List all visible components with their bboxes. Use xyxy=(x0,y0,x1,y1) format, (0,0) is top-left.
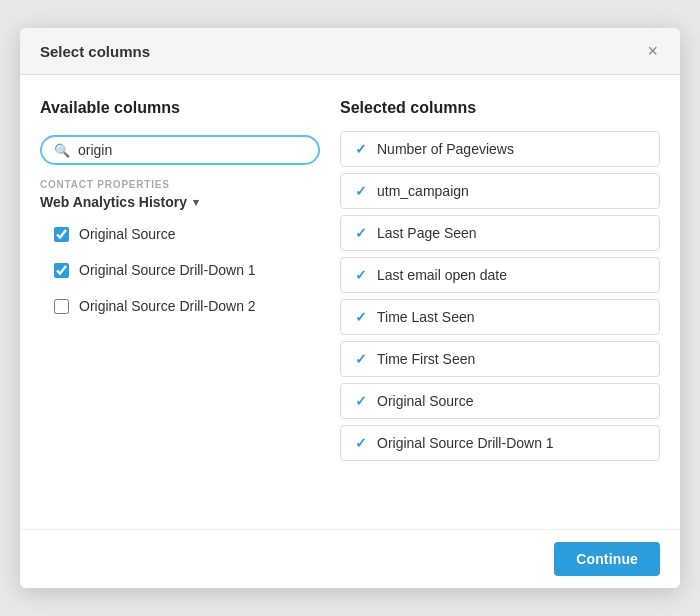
close-button[interactable]: × xyxy=(645,42,660,60)
list-item: ✓utm_campaign xyxy=(340,173,660,209)
check-icon: ✓ xyxy=(355,351,367,367)
list-item: ✓Last email open date xyxy=(340,257,660,293)
checkbox-label: Original Source xyxy=(79,226,176,242)
group-header[interactable]: Web Analytics History ▾ xyxy=(40,192,320,216)
checkbox-input[interactable] xyxy=(54,299,69,314)
list-item[interactable]: Original Source Drill-Down 2 xyxy=(48,288,320,324)
checkbox-list: Original SourceOriginal Source Drill-Dow… xyxy=(40,216,320,324)
selected-item-label: Last email open date xyxy=(377,267,507,283)
selected-item-label: Time First Seen xyxy=(377,351,475,367)
select-columns-modal: Select columns × Available columns 🔍 CON… xyxy=(20,28,680,588)
chevron-down-icon: ▾ xyxy=(193,196,199,209)
list-item: ✓Last Page Seen xyxy=(340,215,660,251)
check-icon: ✓ xyxy=(355,309,367,325)
list-item: ✓Original Source xyxy=(340,383,660,419)
list-item: ✓Time First Seen xyxy=(340,341,660,377)
check-icon: ✓ xyxy=(355,225,367,241)
list-item: ✓Original Source Drill-Down 1 xyxy=(340,425,660,461)
search-input[interactable] xyxy=(78,142,306,158)
section-label: CONTACT PROPERTIES Web Analytics History… xyxy=(40,179,320,324)
selected-item-label: Number of Pageviews xyxy=(377,141,514,157)
check-icon: ✓ xyxy=(355,435,367,451)
list-item[interactable]: Original Source Drill-Down 1 xyxy=(48,252,320,288)
check-icon: ✓ xyxy=(355,267,367,283)
selected-item-label: Original Source xyxy=(377,393,474,409)
check-icon: ✓ xyxy=(355,141,367,157)
left-panel: Available columns 🔍 CONTACT PROPERTIES W… xyxy=(40,99,320,513)
selected-item-label: Original Source Drill-Down 1 xyxy=(377,435,554,451)
selected-item-label: utm_campaign xyxy=(377,183,469,199)
selected-list: ✓Number of Pageviews✓utm_campaign✓Last P… xyxy=(340,131,660,461)
continue-button[interactable]: Continue xyxy=(554,542,660,576)
modal-header: Select columns × xyxy=(20,28,680,75)
selected-columns-title: Selected columns xyxy=(340,99,660,117)
search-icon: 🔍 xyxy=(54,143,70,158)
check-icon: ✓ xyxy=(355,393,367,409)
modal-footer: Continue xyxy=(20,529,680,588)
check-icon: ✓ xyxy=(355,183,367,199)
checkbox-label: Original Source Drill-Down 2 xyxy=(79,298,256,314)
list-item: ✓Time Last Seen xyxy=(340,299,660,335)
list-item: ✓Number of Pageviews xyxy=(340,131,660,167)
checkbox-input[interactable] xyxy=(54,263,69,278)
selected-item-label: Last Page Seen xyxy=(377,225,477,241)
search-box: 🔍 xyxy=(40,135,320,165)
right-panel: Selected columns ✓Number of Pageviews✓ut… xyxy=(340,99,660,513)
checkbox-input[interactable] xyxy=(54,227,69,242)
group-label: Web Analytics History xyxy=(40,194,187,210)
available-columns-title: Available columns xyxy=(40,99,320,117)
contact-properties-label: CONTACT PROPERTIES xyxy=(40,179,320,190)
checkbox-label: Original Source Drill-Down 1 xyxy=(79,262,256,278)
modal-title: Select columns xyxy=(40,43,150,60)
list-item[interactable]: Original Source xyxy=(48,216,320,252)
modal-body: Available columns 🔍 CONTACT PROPERTIES W… xyxy=(20,75,680,529)
selected-item-label: Time Last Seen xyxy=(377,309,475,325)
